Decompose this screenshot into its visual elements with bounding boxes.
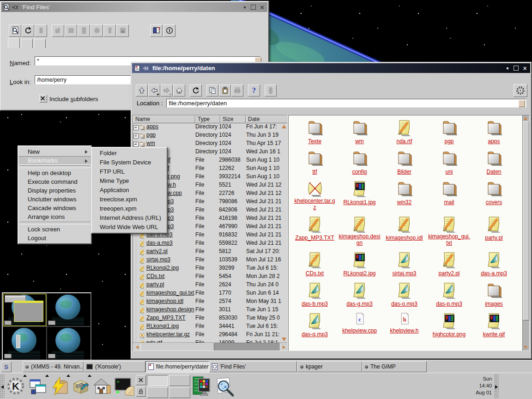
file-name-link[interactable]: party.pl: [485, 235, 502, 241]
file-manager-app-icon[interactable]: [133, 65, 141, 72]
file-name-link[interactable]: p3: [168, 223, 174, 230]
sticky-pin-icon[interactable]: [142, 65, 150, 72]
taskbar-task-button[interactable]: ('Konsole'): [84, 361, 145, 372]
file-name-link[interactable]: das-a.mp3: [481, 270, 507, 277]
file-icon-item[interactable]: pgp: [427, 118, 472, 145]
tree-row[interactable]: sirtaj.mp3 File 103539 Mon Jul 12 16: [133, 256, 288, 265]
scroll-down-button[interactable]: [524, 346, 527, 349]
file-name-link[interactable]: w.h: [168, 181, 176, 188]
tree-row[interactable]: party2.pl File 5812 Sat Jul 17 20:: [133, 248, 288, 256]
submenu-item[interactable]: treeopen.xpm: [92, 204, 167, 213]
context-menu-item[interactable]: Cascade windows: [18, 204, 91, 212]
submenu-item[interactable]: Folder: [92, 149, 167, 158]
file-name-link[interactable]: das-a.mp3: [146, 240, 173, 246]
file-name-link[interactable]: p3: [168, 198, 174, 205]
file-name-link[interactable]: kwrite.gif: [483, 331, 505, 338]
submenu-item[interactable]: Internet Address (URL): [92, 213, 167, 223]
about-button[interactable]: [163, 24, 175, 37]
file-name-link[interactable]: kimageshop.design: [146, 306, 194, 313]
file-name-link[interactable]: sirtaj.mp3: [146, 256, 170, 263]
file-name-link[interactable]: das-q.mp3: [302, 331, 328, 338]
file-icon-item[interactable]: kimageshop_gui.txt: [427, 215, 472, 247]
file-icon-item[interactable]: das-q.mp3: [292, 311, 337, 338]
maximize-button[interactable]: [250, 4, 257, 11]
file-name-link[interactable]: r.png: [168, 173, 180, 180]
file-name-link[interactable]: party.pl: [146, 281, 164, 288]
tree-row[interactable]: RLkonqi1.jpg File 34441 Tue Jul 6 15:: [133, 323, 288, 331]
file-name-link[interactable]: party2.pl: [438, 270, 459, 277]
scroll-right-button[interactable]: [280, 343, 288, 351]
file-icon-item[interactable]: highcolor.png: [427, 311, 472, 338]
submenu-item[interactable]: Application: [92, 186, 167, 195]
maximize-button[interactable]: [513, 65, 520, 72]
minimize-button[interactable]: [504, 65, 511, 72]
system-monitor-button[interactable]: [191, 376, 212, 397]
tree-row[interactable]: pgp Directory 1024 Thu Jun 3 19: [133, 132, 288, 140]
file-icon-item[interactable]: RLkonqi2.jpg: [337, 250, 382, 277]
file-name-link[interactable]: pgp: [444, 138, 453, 145]
pager-desktop-2[interactable]: [3, 327, 46, 359]
copy-button[interactable]: [206, 85, 218, 97]
file-name-link[interactable]: p3: [168, 215, 174, 221]
desktop-button[interactable]: [147, 375, 168, 386]
submenu-item[interactable]: treeclose.xpm: [92, 195, 167, 204]
taskbar-task-button[interactable]: file:/home/perry/daten: [145, 361, 209, 372]
file-icon-item[interactable]: Daten: [472, 149, 516, 175]
expander-icon[interactable]: [133, 142, 139, 147]
file-icon-item[interactable]: khelpcenter.tar.gz: [292, 179, 337, 211]
file-name-link[interactable]: wm: [355, 138, 364, 145]
context-menu-item[interactable]: [19, 222, 90, 224]
file-icon-item[interactable]: CDs.txt: [292, 250, 337, 277]
tree-row[interactable]: Zapp_MP3.TXT File 853030 Tue May 25 0: [133, 314, 288, 323]
refresh-button[interactable]: [22, 24, 34, 37]
file-name-link[interactable]: kimageshop_gui.txt: [428, 233, 471, 246]
file-name-link[interactable]: kimageshop.idl: [386, 235, 423, 241]
file-name-link[interactable]: RLkonqi2.jpg: [343, 270, 375, 277]
pager-desktop-3[interactable]: [47, 294, 90, 326]
context-menu-item[interactable]: Unclutter windows: [18, 195, 91, 204]
file-name-link[interactable]: Bilder: [397, 169, 411, 175]
help-button[interactable]: ?: [150, 24, 163, 37]
scroll-left-button[interactable]: [133, 343, 141, 351]
submenu-item[interactable]: File System Device: [92, 158, 167, 167]
paste-button[interactable]: [219, 85, 231, 97]
desktop-button[interactable]: [169, 387, 190, 398]
file-name-link[interactable]: mail: [444, 199, 454, 206]
file-icon-item[interactable]: party.pl: [472, 215, 516, 242]
tree-scroll-up-icon[interactable]: [282, 125, 286, 128]
panel-hide-left[interactable]: [0, 374, 5, 399]
file-icon-item[interactable]: covers: [472, 179, 516, 206]
taskbar-task-button[interactable]: kpager: [297, 361, 362, 372]
panel-clock[interactable]: Sun 14:40 Aug 01: [443, 375, 492, 396]
tree-row[interactable]: das-a.mp3 File 559822 Wed Jul 21 21: [133, 240, 288, 248]
submenu-item[interactable]: Mime Type: [92, 176, 167, 186]
tree-row[interactable]: khelpcenter.tar.gz File 296484 Fri Jun 1…: [133, 331, 288, 339]
home-button[interactable]: [173, 85, 185, 97]
context-menu-item[interactable]: Display properties: [18, 186, 91, 195]
file-icon-item[interactable]: nda.rtf: [382, 118, 427, 145]
file-name-link[interactable]: apps: [488, 138, 500, 145]
file-name-link[interactable]: Texte: [308, 138, 321, 145]
find-files-launcher[interactable]: [213, 376, 234, 397]
desktop-button[interactable]: [147, 387, 168, 398]
file-manager-titlebar[interactable]: file:/home/perry/daten ×: [132, 63, 530, 73]
file-name-link[interactable]: w.cpp: [168, 190, 182, 196]
file-name-link[interactable]: das-o.mp3: [391, 301, 417, 307]
column-type[interactable]: Type: [195, 115, 220, 123]
tree-row[interactable]: kimageshop_gui.txt File 1770 Sun Jun 6 1…: [133, 290, 288, 298]
pager-desktop-4[interactable]: [47, 327, 90, 359]
file-name-link[interactable]: images: [485, 301, 503, 307]
show-desktop-button[interactable]: S: [1, 362, 12, 372]
lock-screen-button[interactable]: [136, 387, 146, 397]
file-icon-item[interactable]: das-o.mp3: [382, 281, 427, 308]
taskbar-task-button[interactable]: The GIMP: [362, 361, 427, 372]
file-name-link[interactable]: das-p.mp3: [436, 301, 462, 307]
context-menu-item[interactable]: Logout: [18, 234, 91, 242]
tree-scroll-down-icon[interactable]: [282, 338, 286, 341]
file-icon-item[interactable]: mail: [427, 179, 472, 206]
file-name-link[interactable]: covers: [486, 199, 502, 206]
close-button[interactable]: ×: [259, 4, 266, 11]
file-name-link[interactable]: Zapp_MP3.TXT: [146, 314, 186, 321]
file-name-link[interactable]: f: [168, 165, 169, 171]
file-icon-item[interactable]: kimageshop.design: [337, 215, 382, 247]
